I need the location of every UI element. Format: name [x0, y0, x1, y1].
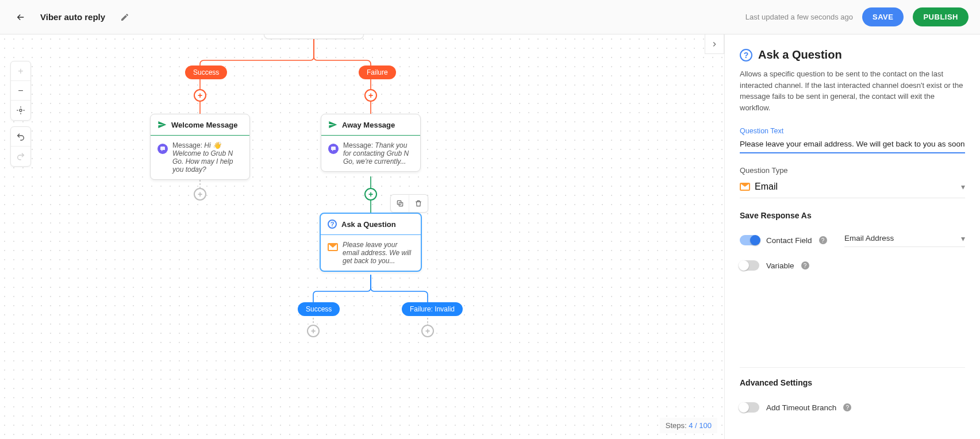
message-prefix: Message:	[343, 141, 375, 149]
add-step-icon[interactable]: +	[194, 188, 206, 201]
branch-pill-failure: Failure	[359, 66, 396, 79]
node-actions	[390, 194, 428, 213]
last-updated-text: Last updated a few seconds ago	[745, 13, 853, 21]
question-type-select[interactable]: Email ▾	[740, 178, 965, 198]
edit-title-icon[interactable]	[116, 8, 134, 26]
variable-label: Variable	[766, 261, 794, 270]
email-icon	[328, 243, 338, 251]
question-icon: ?	[740, 49, 752, 61]
steps-counter: Steps: 4 / 100	[660, 418, 717, 433]
contact-field-value: Email Address	[844, 234, 894, 242]
email-icon	[740, 183, 750, 191]
chevron-down-icon: ▾	[961, 234, 965, 243]
redo-icon[interactable]	[11, 147, 30, 166]
message-text: Please leave your email address. We will…	[343, 241, 414, 265]
duplicate-icon[interactable]	[391, 195, 409, 212]
viber-icon	[328, 144, 339, 154]
node-welcome-message[interactable]: Welcome Message Message: Hi 👋 Welcome to…	[150, 114, 250, 180]
node-title: Away Message	[342, 121, 395, 129]
delete-icon[interactable]	[409, 195, 428, 212]
collapse-panel-icon[interactable]	[705, 34, 724, 54]
publish-button[interactable]: PUBLISH	[913, 7, 969, 26]
svg-point-0	[20, 109, 22, 111]
panel-description: Allows a specific question to be sent to…	[740, 68, 965, 113]
panel-title: Ask a Question	[758, 48, 842, 61]
add-step-icon[interactable]: +	[307, 325, 320, 337]
branch-pill-success: Success	[185, 66, 227, 79]
advanced-settings-heading: Advanced Settings	[740, 378, 965, 387]
add-step-icon[interactable]: +	[194, 89, 206, 102]
timeout-branch-label: Add Timeout Branch	[766, 403, 836, 412]
canvas-content: Success Failure + + Welcome Message Mess…	[0, 34, 724, 439]
question-text-input[interactable]	[740, 140, 965, 148]
help-icon[interactable]: ?	[843, 403, 851, 411]
zoom-out-icon[interactable]: −	[11, 81, 30, 101]
branch-pill-success: Success	[298, 302, 340, 316]
message-prefix: Message:	[172, 141, 204, 149]
workflow-title: Viber auto reply	[40, 12, 105, 22]
recenter-icon[interactable]	[11, 101, 30, 120]
help-icon[interactable]: ?	[801, 261, 809, 269]
viber-icon	[157, 144, 168, 154]
node-title: Ask a Question	[341, 220, 396, 229]
contact-field-label: Contact Field	[766, 236, 812, 245]
add-step-icon[interactable]: +	[364, 89, 377, 102]
node-ask-question[interactable]: ? Ask a Question Please leave your email…	[320, 213, 422, 272]
workflow-canvas[interactable]: + −	[0, 34, 724, 439]
side-panel: ? Ask a Question Allows a specific quest…	[724, 34, 980, 439]
save-response-heading: Save Response As	[740, 211, 965, 220]
save-button[interactable]: SAVE	[862, 7, 904, 26]
question-type-label: Question Type	[740, 166, 965, 175]
zoom-controls: + −	[10, 61, 31, 121]
parent-node-stub	[264, 34, 364, 39]
question-type-value: Email	[755, 182, 778, 192]
contact-field-select[interactable]: Email Address ▾	[844, 234, 965, 247]
send-icon	[328, 120, 337, 129]
undo-icon[interactable]	[11, 127, 30, 147]
node-away-message[interactable]: Away Message Message: Thank you for cont…	[321, 114, 421, 172]
history-controls	[10, 126, 31, 167]
contact-field-toggle[interactable]	[740, 235, 759, 245]
zoom-in-icon[interactable]: +	[11, 61, 30, 81]
timeout-branch-toggle[interactable]	[740, 402, 759, 413]
question-icon: ?	[328, 220, 337, 229]
variable-toggle[interactable]	[740, 260, 759, 271]
add-step-icon[interactable]: +	[421, 325, 434, 337]
topbar: Viber auto reply Last updated a few seco…	[0, 0, 980, 34]
branch-pill-failure-invalid: Failure: Invalid	[402, 302, 463, 316]
help-icon[interactable]: ?	[819, 236, 827, 244]
question-text-label: Question Text	[740, 127, 965, 135]
node-title: Welcome Message	[171, 121, 237, 129]
add-step-icon[interactable]: +	[364, 188, 377, 201]
chevron-down-icon: ▾	[961, 182, 965, 191]
send-icon	[157, 120, 167, 129]
back-arrow-icon[interactable]	[11, 8, 30, 26]
